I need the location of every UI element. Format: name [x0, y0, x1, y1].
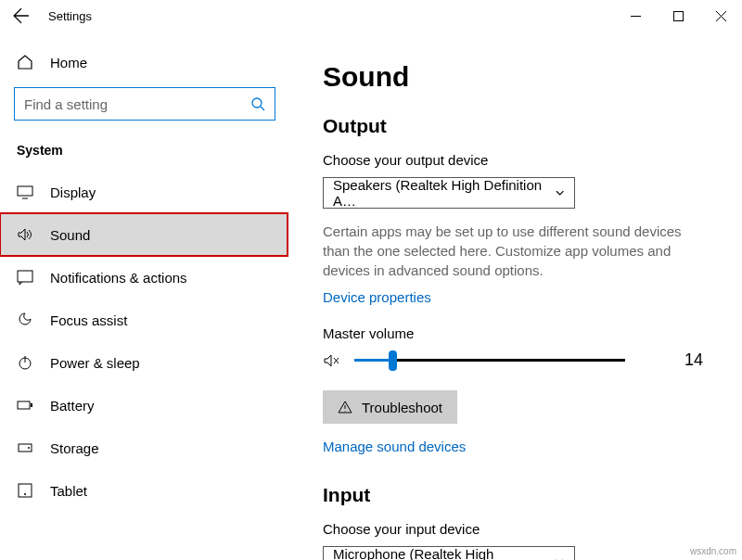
category-heading: System	[0, 137, 288, 171]
minimize-icon	[631, 11, 641, 21]
svg-rect-5	[18, 401, 30, 409]
home-label: Home	[50, 55, 87, 70]
minimize-button[interactable]	[614, 0, 657, 32]
sidebar-item-battery[interactable]: Battery	[0, 384, 288, 426]
input-heading: Input	[323, 484, 707, 506]
search-field[interactable]	[24, 96, 237, 112]
storage-icon	[17, 439, 33, 456]
maximize-button[interactable]	[657, 0, 699, 32]
chevron-down-icon	[554, 556, 565, 560]
back-button[interactable]	[0, 0, 43, 32]
content-area: Sound Output Choose your output device S…	[288, 32, 742, 560]
home-icon	[17, 54, 33, 70]
sidebar-item-label: Tablet	[50, 483, 87, 499]
display-icon	[17, 184, 33, 200]
close-icon	[716, 11, 726, 21]
svg-rect-0	[673, 11, 683, 20]
sidebar-item-label: Notifications & actions	[50, 270, 187, 286]
input-device-value: Microphone (Realtek High Definitio…	[333, 546, 554, 560]
notifications-icon	[17, 269, 33, 286]
search-icon	[250, 96, 265, 111]
output-device-value: Speakers (Realtek High Definition A…	[333, 177, 555, 209]
tablet-icon	[17, 482, 33, 499]
sidebar-item-notifications[interactable]: Notifications & actions	[0, 256, 288, 299]
svg-point-8	[28, 447, 30, 449]
maximize-icon	[673, 11, 684, 21]
warning-icon	[338, 400, 352, 414]
volume-slider[interactable]	[354, 359, 625, 362]
input-device-label: Choose your input device	[323, 521, 707, 537]
sidebar: Home System Display Sound Notifications …	[0, 32, 288, 560]
sidebar-item-power-sleep[interactable]: Power & sleep	[0, 341, 288, 384]
chevron-down-icon	[555, 187, 565, 198]
sidebar-item-display[interactable]: Display	[0, 171, 288, 213]
svg-rect-2	[18, 186, 32, 196]
master-volume-label: Master volume	[323, 325, 707, 341]
manage-sound-devices-link[interactable]: Manage sound devices	[323, 439, 466, 454]
close-button[interactable]	[699, 0, 742, 32]
sidebar-item-tablet[interactable]: Tablet	[0, 469, 288, 512]
svg-point-1	[252, 98, 262, 108]
troubleshoot-label: Troubleshoot	[362, 400, 442, 415]
sidebar-item-label: Sound	[50, 227, 90, 243]
slider-thumb[interactable]	[389, 350, 397, 371]
power-icon	[17, 354, 33, 371]
window-title: Settings	[48, 9, 92, 23]
svg-rect-6	[31, 403, 32, 407]
focus-assist-icon	[17, 312, 33, 328]
output-heading: Output	[323, 115, 707, 137]
sidebar-item-focus-assist[interactable]: Focus assist	[0, 299, 288, 341]
sidebar-item-label: Focus assist	[50, 312, 127, 328]
troubleshoot-button[interactable]: Troubleshoot	[323, 390, 457, 424]
volume-value: 14	[684, 350, 707, 370]
sidebar-item-label: Power & sleep	[50, 355, 140, 371]
device-properties-link[interactable]: Device properties	[323, 289, 431, 305]
svg-point-10	[24, 493, 26, 495]
home-button[interactable]: Home	[0, 46, 288, 78]
watermark: wsxdn.com	[690, 546, 736, 556]
battery-icon	[17, 397, 33, 414]
sidebar-item-label: Display	[50, 185, 96, 200]
sidebar-item-sound[interactable]: Sound	[0, 213, 288, 256]
output-device-select[interactable]: Speakers (Realtek High Definition A…	[323, 177, 575, 209]
output-device-label: Choose your output device	[323, 152, 707, 168]
output-description: Certain apps may be set up to use differ…	[323, 222, 707, 280]
arrow-left-icon	[13, 7, 30, 24]
sound-icon	[17, 226, 33, 243]
sidebar-item-label: Battery	[50, 398, 95, 414]
sidebar-item-label: Storage	[50, 440, 99, 456]
volume-mute-icon[interactable]	[323, 351, 341, 370]
input-device-select[interactable]: Microphone (Realtek High Definitio…	[323, 546, 575, 560]
search-input[interactable]	[14, 87, 275, 121]
svg-rect-3	[18, 271, 32, 282]
page-title: Sound	[323, 61, 707, 93]
sidebar-item-storage[interactable]: Storage	[0, 426, 288, 469]
